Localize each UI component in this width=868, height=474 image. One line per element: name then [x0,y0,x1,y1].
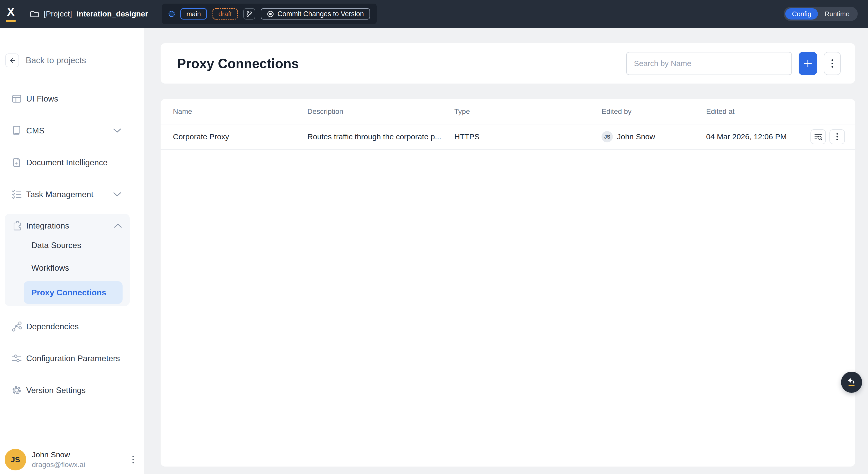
sidebar-item-document-intelligence[interactable]: Document Intelligence [0,154,144,171]
dependencies-icon [11,321,23,332]
sidebar-item-data-sources[interactable]: Data Sources [5,234,130,257]
add-proxy-connection-button[interactable] [799,52,817,75]
commit-changes-button[interactable]: Commit Changes to Version [261,8,370,20]
user-account-row[interactable]: JS John Snow dragos@flowx.ai [0,445,144,474]
sidebar-item-task-management[interactable]: Task Management [0,186,144,203]
user-menu-button[interactable] [130,453,136,466]
flowx-logo[interactable]: X [6,5,16,22]
sidebar-item-version-settings[interactable]: Version Settings [0,382,144,398]
sidebar-item-workflows[interactable]: Workflows [5,257,130,279]
plus-icon [803,59,812,68]
commit-target-icon [267,10,274,18]
edited-by-name: John Snow [617,132,655,141]
back-to-projects[interactable]: Back to projects [5,54,144,67]
git-branch-icon [246,10,253,17]
sidebar-item-proxy-connections[interactable]: Proxy Connections [24,281,123,304]
sidebar-item-label: Integrations [26,221,69,231]
mode-toggle: Config Runtime [784,7,858,21]
sidebar-item-label: Configuration Parameters [26,354,120,363]
header-controls [626,52,841,75]
back-button[interactable] [5,54,19,67]
search-list-icon [813,131,823,142]
book-icon [11,125,23,137]
cell-edited-by: JS John Snow [589,131,694,142]
mode-toggle-config[interactable]: Config [785,8,818,20]
puzzle-icon [11,220,23,232]
sidebar-item-label: CMS [26,126,44,136]
sidebar-item-label: UI Flows [26,94,58,103]
table-row[interactable]: Corporate Proxy Routes traffic through t… [161,124,855,150]
chevron-up-icon [114,223,122,228]
column-header-type: Type [442,108,589,116]
column-header-name: Name [161,108,295,116]
integrations-group: Integrations Data Sources Workflows Prox… [5,214,130,306]
sparkles-icon [846,376,858,388]
folder-icon [30,8,39,20]
sidebar: Back to projects UI Flows CMS [0,28,144,474]
commit-button-label: Commit Changes to Version [278,10,364,18]
header-menu-button[interactable] [824,52,841,75]
chevron-down-icon [113,192,121,197]
column-header-edited-by: Edited by [589,108,694,116]
branch-button[interactable] [243,8,255,20]
back-label: Back to projects [26,56,86,65]
branch-badge[interactable]: main [180,8,207,20]
page-header-card: Proxy Connections [161,43,855,84]
sliders-icon [11,352,23,364]
chevron-down-icon [113,128,121,133]
sidebar-item-integrations[interactable]: Integrations [5,217,130,234]
main-content: Proxy Connections Name De [144,0,868,467]
arrow-left-icon [8,56,16,64]
row-menu-button[interactable] [830,129,845,144]
proxy-connections-table: Name Description Type Edited by Edited a… [161,99,855,467]
avatar: JS [5,449,26,470]
column-header-edited-at: Edited at [694,108,796,116]
sidebar-item-configuration-parameters[interactable]: Configuration Parameters [0,350,144,366]
page-title: Proxy Connections [177,56,299,71]
avatar: JS [601,131,613,142]
checklist-icon [11,188,23,200]
cell-type: HTTPS [442,132,589,141]
sidebar-item-label: Document Intelligence [26,158,108,167]
view-logs-button[interactable] [810,129,826,144]
project-breadcrumb: [Project] interation_designer [30,8,148,20]
project-name: interation_designer [76,9,148,18]
sidebar-item-dependencies[interactable]: Dependencies [0,318,144,335]
sync-status-icon [168,11,175,17]
cell-edited-at: 04 Mar 2026, 12:06 PM [694,132,796,141]
user-name: John Snow [32,450,85,459]
sidebar-item-ui-flows[interactable]: UI Flows [0,90,144,107]
sidebar-nav: UI Flows CMS [0,90,144,414]
sidebar-item-label: Version Settings [26,386,86,395]
user-texts: John Snow dragos@flowx.ai [32,450,85,469]
project-prefix: [Project] [44,9,72,18]
sidebar-item-cms[interactable]: CMS [0,122,144,139]
mode-toggle-runtime[interactable]: Runtime [818,8,856,20]
version-control-group: main draft Commit Changes to Version [162,4,377,24]
kebab-icon [831,59,833,68]
draft-badge[interactable]: draft [213,8,238,20]
user-email: dragos@flowx.ai [32,461,85,469]
logo-underline [6,20,16,22]
column-header-description: Description [295,108,442,116]
sidebar-item-label: Task Management [26,190,93,199]
logo-x-glyph: X [6,5,16,18]
sidebar-item-label: Dependencies [26,322,79,331]
gear-icon [11,384,23,396]
row-actions [796,129,855,144]
ai-assistant-fab[interactable] [841,372,862,393]
cell-description: Routes traffic through the corporate p..… [295,132,442,141]
document-plus-icon [11,156,23,168]
kebab-icon [836,132,838,141]
search-input[interactable] [626,52,792,75]
cell-name: Corporate Proxy [161,132,295,141]
table-header-row: Name Description Type Edited by Edited a… [161,99,855,124]
layout-icon [11,93,23,105]
topbar: X [Project] interation_designer main dra… [0,0,868,28]
